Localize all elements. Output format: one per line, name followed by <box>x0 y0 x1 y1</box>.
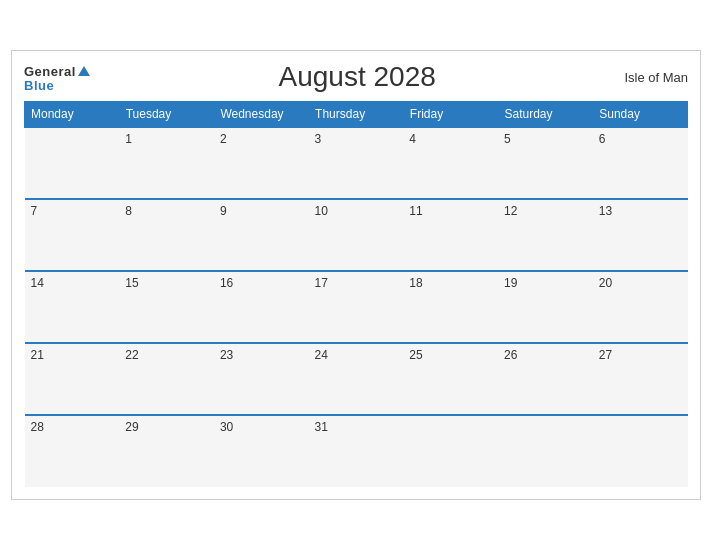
day-number: 29 <box>125 420 138 434</box>
calendar-cell: 15 <box>119 271 214 343</box>
calendar-region: Isle of Man <box>624 70 688 85</box>
calendar-cell: 1 <box>119 127 214 199</box>
calendar-week-row: 28293031 <box>25 415 688 487</box>
logo: General Blue <box>24 63 90 92</box>
calendar-cell: 26 <box>498 343 593 415</box>
calendar-cell: 25 <box>403 343 498 415</box>
calendar-cell: 18 <box>403 271 498 343</box>
calendar-cell: 30 <box>214 415 309 487</box>
calendar-cell <box>403 415 498 487</box>
calendar-cell: 9 <box>214 199 309 271</box>
calendar-cell <box>25 127 120 199</box>
day-number: 2 <box>220 132 227 146</box>
calendar-grid: MondayTuesdayWednesdayThursdayFridaySatu… <box>24 101 688 487</box>
calendar-cell: 13 <box>593 199 688 271</box>
calendar-cell: 23 <box>214 343 309 415</box>
weekday-header-friday: Friday <box>403 102 498 128</box>
day-number: 5 <box>504 132 511 146</box>
day-number: 21 <box>31 348 44 362</box>
logo-general: General <box>24 63 90 79</box>
day-number: 17 <box>315 276 328 290</box>
calendar-week-row: 14151617181920 <box>25 271 688 343</box>
weekday-header-sunday: Sunday <box>593 102 688 128</box>
day-number: 15 <box>125 276 138 290</box>
day-number: 26 <box>504 348 517 362</box>
calendar-title: August 2028 <box>90 61 624 93</box>
calendar-cell: 27 <box>593 343 688 415</box>
weekday-header-thursday: Thursday <box>309 102 404 128</box>
calendar-cell: 22 <box>119 343 214 415</box>
weekday-header-wednesday: Wednesday <box>214 102 309 128</box>
calendar-cell: 16 <box>214 271 309 343</box>
calendar-cell: 20 <box>593 271 688 343</box>
calendar-header: General Blue August 2028 Isle of Man <box>24 61 688 93</box>
calendar-cell <box>593 415 688 487</box>
day-number: 11 <box>409 204 422 218</box>
calendar-week-row: 123456 <box>25 127 688 199</box>
calendar-cell: 12 <box>498 199 593 271</box>
calendar-container: General Blue August 2028 Isle of Man Mon… <box>11 50 701 500</box>
calendar-cell: 6 <box>593 127 688 199</box>
calendar-cell: 11 <box>403 199 498 271</box>
day-number: 24 <box>315 348 328 362</box>
day-number: 6 <box>599 132 606 146</box>
day-number: 14 <box>31 276 44 290</box>
calendar-cell: 14 <box>25 271 120 343</box>
calendar-cell: 17 <box>309 271 404 343</box>
day-number: 23 <box>220 348 233 362</box>
day-number: 1 <box>125 132 132 146</box>
calendar-cell: 2 <box>214 127 309 199</box>
day-number: 4 <box>409 132 416 146</box>
logo-blue: Blue <box>24 79 54 92</box>
calendar-cell: 28 <box>25 415 120 487</box>
calendar-cell: 31 <box>309 415 404 487</box>
calendar-cell <box>498 415 593 487</box>
day-number: 22 <box>125 348 138 362</box>
day-number: 7 <box>31 204 38 218</box>
calendar-cell: 4 <box>403 127 498 199</box>
calendar-cell: 29 <box>119 415 214 487</box>
day-number: 9 <box>220 204 227 218</box>
day-number: 8 <box>125 204 132 218</box>
calendar-cell: 7 <box>25 199 120 271</box>
weekday-header-monday: Monday <box>25 102 120 128</box>
day-number: 28 <box>31 420 44 434</box>
calendar-weekday-header-row: MondayTuesdayWednesdayThursdayFridaySatu… <box>25 102 688 128</box>
day-number: 13 <box>599 204 612 218</box>
calendar-week-row: 21222324252627 <box>25 343 688 415</box>
day-number: 27 <box>599 348 612 362</box>
day-number: 20 <box>599 276 612 290</box>
calendar-cell: 5 <box>498 127 593 199</box>
weekday-header-saturday: Saturday <box>498 102 593 128</box>
day-number: 25 <box>409 348 422 362</box>
calendar-cell: 21 <box>25 343 120 415</box>
calendar-week-row: 78910111213 <box>25 199 688 271</box>
day-number: 18 <box>409 276 422 290</box>
weekday-header-tuesday: Tuesday <box>119 102 214 128</box>
day-number: 10 <box>315 204 328 218</box>
day-number: 3 <box>315 132 322 146</box>
calendar-cell: 8 <box>119 199 214 271</box>
calendar-cell: 24 <box>309 343 404 415</box>
day-number: 12 <box>504 204 517 218</box>
calendar-cell: 3 <box>309 127 404 199</box>
day-number: 30 <box>220 420 233 434</box>
day-number: 16 <box>220 276 233 290</box>
day-number: 31 <box>315 420 328 434</box>
calendar-cell: 10 <box>309 199 404 271</box>
logo-triangle-icon <box>78 66 90 76</box>
calendar-cell: 19 <box>498 271 593 343</box>
day-number: 19 <box>504 276 517 290</box>
